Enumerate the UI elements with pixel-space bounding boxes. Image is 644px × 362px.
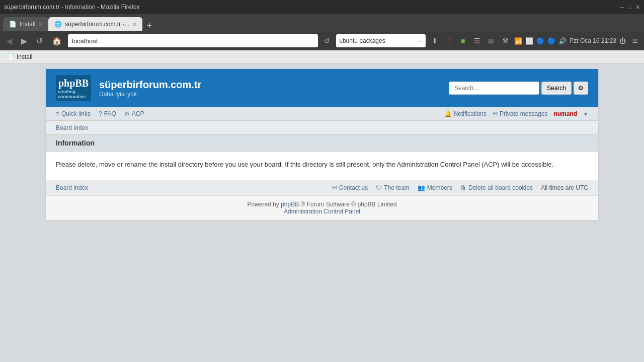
footer-delete-cookies[interactable]: 🗑 Delete all board cookies (460, 184, 533, 191)
username-display[interactable]: numand (553, 110, 577, 117)
tab-superbirforum[interactable]: 🌐 süperbirforum.com.tr -... ✕ (48, 17, 142, 31)
forward-button[interactable]: ▶ (18, 35, 30, 47)
bookmark-install[interactable]: 📄 Install (4, 52, 35, 61)
phpbb-logo-sub: creating communities (58, 89, 89, 99)
toolbar-icons: ⬇ 🛡 ■ ☰ ⊞ ⚒ (429, 35, 511, 47)
private-messages-link[interactable]: ✉ Private messages (493, 110, 547, 117)
notifications-label: Notifications (454, 110, 487, 117)
tray-icon-2: 🔵 (536, 37, 544, 45)
footer-left: Board index (56, 184, 88, 191)
notifications-icon: 🔔 (444, 110, 452, 117)
search-input[interactable] (339, 37, 415, 44)
tab-install[interactable]: 📄 Install ✕ (3, 17, 48, 31)
search-go-icon[interactable]: → (417, 37, 423, 44)
acp-link[interactable]: ⚙ ACP (124, 110, 144, 117)
footer-the-team[interactable]: 🛡 The team (376, 184, 410, 191)
footer-contact-icon: ✉ (332, 184, 337, 191)
phpbb-logo: phpBB creating communities (56, 75, 91, 101)
address-bar-area: ◀ ▶ ↺ 🏠 ↺ → ⬇ 🛡 ■ ☰ ⊞ ⚒ 📶 ⬜ 🔵 🔵 🔊 Pzt Oc… (0, 31, 644, 50)
forum-search-button[interactable]: Search (541, 82, 572, 95)
tab-label-forum: süperbirforum.com.tr -... (65, 21, 129, 28)
footer-delete-label: Delete all board cookies (468, 184, 533, 191)
tray-icon-1: ⬜ (525, 37, 533, 45)
footer-team-icon: 🛡 (376, 184, 382, 191)
forum-wrapper: phpBB creating communities süperbirforum… (45, 68, 599, 221)
page-wrapper: phpBB creating communities süperbirforum… (0, 63, 644, 265)
faq-link[interactable]: ? FAQ (99, 110, 116, 117)
phpbb-copyright: ® Forum Software © phpBB Limited (301, 201, 397, 208)
back-button[interactable]: ◀ (3, 35, 15, 47)
browser-titlebar: süperbirforum.com.tr - Information - Moz… (0, 0, 644, 14)
powered-by-bar: Powered by phpBB ® Forum Software © phpB… (46, 195, 598, 220)
faq-icon: ? (99, 110, 102, 117)
tab-label-install: Install (20, 21, 35, 28)
faq-label: FAQ (104, 110, 116, 117)
info-section: Information Please delete, move or renam… (46, 135, 598, 180)
datetime-display: Pzt Oca 16 21:23 (570, 37, 616, 44)
tab-close-forum[interactable]: ✕ (132, 22, 136, 27)
footer-members-icon: 👥 (418, 184, 425, 191)
tab-bar: 📄 Install ✕ 🌐 süperbirforum.com.tr -... … (0, 14, 644, 31)
phpbb-link[interactable]: phpBB (281, 201, 299, 208)
breadcrumb-bar: Board index (46, 121, 598, 135)
shield-icon[interactable]: 🛡 (443, 35, 455, 47)
new-tab-button[interactable]: + (142, 21, 156, 31)
forum-header: phpBB creating communities süperbirforum… (46, 69, 598, 107)
bookmark-icon[interactable]: ■ (457, 35, 469, 47)
phpbb-logo-text: phpBB (58, 78, 89, 89)
window-maximize[interactable]: □ (628, 4, 631, 10)
forum-footer: Board index ✉ Contact us 🛡 The team 👥 Me… (46, 180, 598, 195)
footer-delete-icon: 🗑 (460, 184, 466, 191)
acp-icon: ⚙ (124, 110, 130, 117)
footer-board-index[interactable]: Board index (56, 184, 88, 191)
reload-button[interactable]: ↺ (33, 35, 46, 47)
forum-advanced-search-button[interactable]: ⚙ (574, 82, 588, 95)
reload-btn-2[interactable]: ↺ (321, 36, 333, 46)
system-tray: 📶 ⬜ 🔵 🔵 🔊 Pzt Oca 16 21:23 ⏻ (514, 37, 626, 45)
reader-icon[interactable]: ☰ (471, 35, 483, 47)
forum-name: süperbirforum.com.tr (99, 79, 201, 91)
forum-search-input[interactable] (449, 82, 539, 95)
forum-tagline: Daha İyisi yok (99, 91, 201, 98)
home-button[interactable]: 🏠 (49, 35, 65, 47)
acp-label: ACP (132, 110, 144, 117)
footer-timezone-label: All times are (541, 184, 574, 191)
window-close[interactable]: ✕ (635, 4, 640, 11)
search-area: Search ⚙ (449, 82, 588, 95)
info-message: Please delete, move or rename the instal… (56, 160, 588, 170)
bookmarks-bar: 📄 Install (0, 50, 644, 63)
browser-title: süperbirforum.com.tr - Information - Moz… (4, 4, 139, 11)
footer-timezone-value: UTC (576, 184, 588, 191)
window-minimize[interactable]: ─ (620, 4, 624, 10)
power-icon: ⏻ (619, 37, 626, 45)
footer-members[interactable]: 👥 Members (418, 184, 452, 191)
tab-favicon-forum: 🌐 (54, 21, 62, 28)
pm-icon: ✉ (493, 110, 498, 117)
notifications-link[interactable]: 🔔 Notifications (444, 110, 487, 117)
footer-timezone: All times are UTC (541, 184, 588, 191)
powered-by-text: Powered by (247, 201, 279, 208)
menu-icon[interactable]: ≡ (629, 35, 641, 47)
pm-label: Private messages (500, 110, 547, 117)
nav-right: 🔔 Notifications ✉ Private messages numan… (444, 110, 588, 117)
forum-content: Information Please delete, move or renam… (46, 135, 598, 180)
footer-members-label: Members (427, 184, 452, 191)
download-icon[interactable]: ⬇ (429, 35, 441, 47)
forum-name-area: süperbirforum.com.tr Daha İyisi yok (99, 79, 201, 98)
footer-team-label: The team (384, 184, 410, 191)
bookmark-label: Install (17, 53, 32, 60)
quick-links-label: Quick links (61, 110, 91, 117)
tab-close-install[interactable]: ✕ (38, 22, 42, 27)
sidebar-icon[interactable]: ⊞ (485, 35, 497, 47)
user-dropdown-icon[interactable]: ▼ (583, 111, 588, 117)
forum-nav: ≡ Quick links ? FAQ ⚙ ACP 🔔 Notification… (46, 107, 598, 121)
bookmark-favicon: 📄 (7, 53, 15, 60)
footer-contact-label: Contact us (339, 184, 368, 191)
footer-contact-us[interactable]: ✉ Contact us (332, 184, 368, 191)
acp-panel-link[interactable]: Administration Control Panel (284, 208, 360, 215)
footer-board-index-label: Board index (56, 184, 88, 191)
address-input[interactable] (68, 34, 318, 47)
quick-links-link[interactable]: ≡ Quick links (56, 110, 91, 117)
breadcrumb-board-index[interactable]: Board index (56, 124, 88, 131)
developer-icon[interactable]: ⚒ (499, 35, 511, 47)
